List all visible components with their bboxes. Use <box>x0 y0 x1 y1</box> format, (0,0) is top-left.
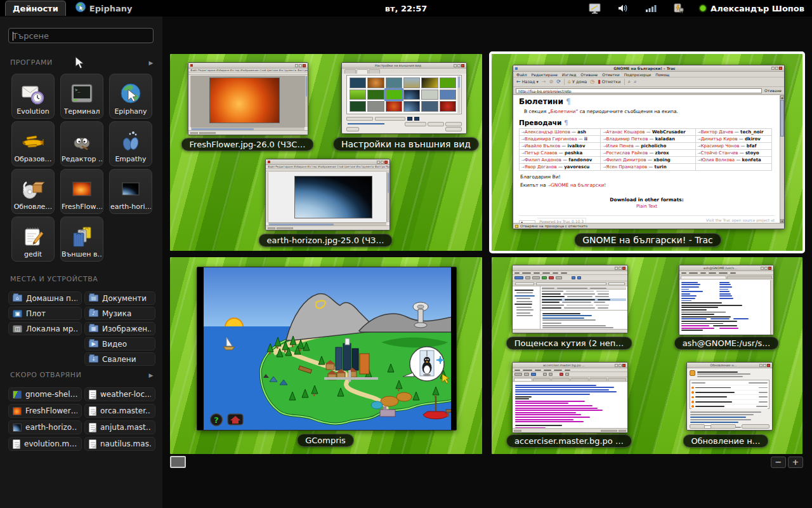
zoom-in-icon: ⌕ <box>634 79 636 84</box>
app-tile-gcompris[interactable]: Образов… <box>11 121 55 166</box>
history-icon: ◷ <box>590 79 594 84</box>
clock[interactable]: вт, 22:57 <box>385 4 428 13</box>
browser-menubar: Файл Редактиране Изглед Отиване Отметки … <box>513 72 784 77</box>
display-icon[interactable] <box>588 3 602 14</box>
workspace-4[interactable]: ash@GNOME:/usr/s… <box>492 257 802 454</box>
window-gimp-freshflower[interactable]: Файл Редактиране Избиране Изглед Изображ… <box>188 62 308 135</box>
epiphany-app-icon <box>75 1 86 15</box>
window-titlebar: Настройки на външния вид <box>342 63 466 69</box>
scrollbar <box>770 280 773 335</box>
recent-item[interactable]: evolution.m… <box>8 437 82 451</box>
window-gedit-po-file[interactable]: accerciser.master.bg.po … <box>512 362 628 433</box>
recent-item[interactable]: anjuta.mast… <box>84 420 155 434</box>
app-tile-software-update[interactable]: Обновле… <box>11 169 55 214</box>
get-backgrounds-link <box>348 123 384 124</box>
workspace-1[interactable]: Файл Редактиране Избиране Изглед Изображ… <box>170 54 482 251</box>
place-item-documents[interactable]: ▤ Документи <box>84 291 155 305</box>
gcompris-help-button: ? <box>211 414 223 426</box>
app-tile-empathy[interactable]: Empathy <box>109 121 152 166</box>
focused-app-name: Epiphany <box>89 4 133 13</box>
network-signal-icon[interactable] <box>645 4 657 13</box>
power-icon[interactable] <box>672 3 684 14</box>
app-tile-epiphany[interactable]: Epiphany <box>109 74 152 119</box>
app-tile-terminal[interactable]: >_ Терминал <box>60 74 103 119</box>
recent-item[interactable]: weather-loc… <box>84 387 155 401</box>
recent-expander-icon[interactable]: ▶ <box>148 372 154 378</box>
place-item-pictures[interactable]: ▦ Изображен… <box>84 322 155 335</box>
focused-app-menu[interactable]: Epiphany <box>75 1 133 15</box>
search-row <box>513 281 627 286</box>
window-epiphany-trac[interactable]: GNOME на български! - Trac Файл Редактир… <box>513 65 785 229</box>
toolbar <box>513 372 627 377</box>
window-label: Настройки на външния вид <box>333 137 479 151</box>
window-evolution-inbox[interactable] <box>512 265 628 333</box>
programs-header-label: ПРОГРАМИ <box>10 58 53 67</box>
window-buttons <box>759 364 770 367</box>
user-menu[interactable]: Александър Шопов <box>700 4 804 13</box>
place-item-music[interactable]: ♪ Музика <box>84 307 155 320</box>
window-buttons <box>761 267 771 270</box>
home-button: ⌂У дома <box>568 79 587 84</box>
add-workspace-button[interactable]: + <box>788 457 803 468</box>
earth-thumbnail-icon <box>13 424 22 432</box>
remove-workspace-button[interactable]: − <box>771 457 786 468</box>
volume-icon[interactable] <box>617 3 630 13</box>
activities-button[interactable]: Дейности <box>5 1 66 16</box>
app-tile-evolution[interactable]: Evolution <box>11 74 55 119</box>
place-item-network[interactable]: ◫ Локална мр… <box>8 322 82 335</box>
downloads-folder-icon: ↓ <box>89 356 98 363</box>
bookmarks-button: ▮Отметки <box>598 79 620 84</box>
history-button: ◷ <box>590 79 594 84</box>
menu-go: Отиване <box>580 72 598 77</box>
flower-thumbnail-icon <box>13 407 22 415</box>
workspace-indicator[interactable] <box>170 456 186 468</box>
app-tile-appearance[interactable]: Външен в… <box>60 217 103 262</box>
software-update-icon <box>19 176 47 203</box>
recent-item[interactable]: nautilus.mas… <box>84 437 155 451</box>
update-header <box>687 368 772 379</box>
window-terminal[interactable]: ash@GNOME:/usr/s… <box>679 265 774 335</box>
go-button: Отиване <box>764 88 782 93</box>
gcompris-plane-icon <box>19 128 47 155</box>
window-buttons <box>771 67 782 70</box>
app-tile-gedit[interactable]: gedit <box>11 217 55 262</box>
forward-icon: → <box>542 79 546 84</box>
appearance-bags-icon <box>68 224 96 250</box>
place-item-videos[interactable]: ▶ Видео <box>84 337 155 351</box>
search-box[interactable] <box>8 28 154 43</box>
window-label: GNOME на български! - Trac <box>574 233 721 247</box>
recent-item[interactable]: orca.master.… <box>84 404 155 418</box>
workspace-2-active[interactable]: GNOME на български! - Trac Файл Редактир… <box>492 54 802 251</box>
home-icon: ⌂ <box>568 79 571 84</box>
window-titlebar <box>266 159 390 165</box>
programs-expander-icon[interactable]: ▶ <box>148 60 154 66</box>
epiphany-window-icon <box>515 67 518 70</box>
place-item-desktop[interactable]: ▣ Плот <box>8 307 82 320</box>
search-input[interactable] <box>13 31 149 41</box>
window-label: Пощенска кутия (2 неп… <box>506 337 632 350</box>
thanks-line: Благодарим Ви! <box>520 174 775 180</box>
place-item-home[interactable]: ⌂ Домашна п… <box>8 291 82 305</box>
window-software-update[interactable]: Обновление н… <box>686 362 773 431</box>
gedit-icon <box>19 224 47 250</box>
appearance-buttons <box>405 122 462 126</box>
place-item-downloads[interactable]: ↓ Свалени <box>84 352 155 366</box>
workspace-3[interactable]: ? GCompris <box>170 257 482 454</box>
message-list-pane <box>540 286 627 311</box>
app-tile-gimp[interactable]: Редактор … <box>60 121 103 166</box>
recent-item[interactable]: gnome-shel… <box>8 387 82 401</box>
app-tile-freshflower[interactable]: FreshFlow… <box>60 169 103 214</box>
recent-item[interactable]: FreshFlower… <box>8 404 82 418</box>
window-gcompris[interactable]: ? <box>197 267 457 431</box>
terminal-icon: >_ <box>68 81 96 107</box>
window-appearance-settings[interactable]: Настройки на външния вид <box>341 62 467 134</box>
workspaces-area: Файл Редактиране Избиране Изглед Изображ… <box>162 17 812 508</box>
evolution-icon <box>19 81 47 107</box>
recent-item[interactable]: earth-horizo… <box>8 420 82 434</box>
back-button: ←Назад▾ <box>516 79 539 84</box>
app-tile-earth-horizon[interactable]: earth-hori… <box>109 169 152 214</box>
terminal-content <box>679 280 770 335</box>
gnome-shell-overview: Дейности Epiphany вт, 22:57 Александ <box>0 0 812 508</box>
window-gimp-earth-horizon[interactable]: Файл Редактиране Избиране Изглед Изображ… <box>265 159 390 231</box>
document-icon <box>89 390 96 399</box>
